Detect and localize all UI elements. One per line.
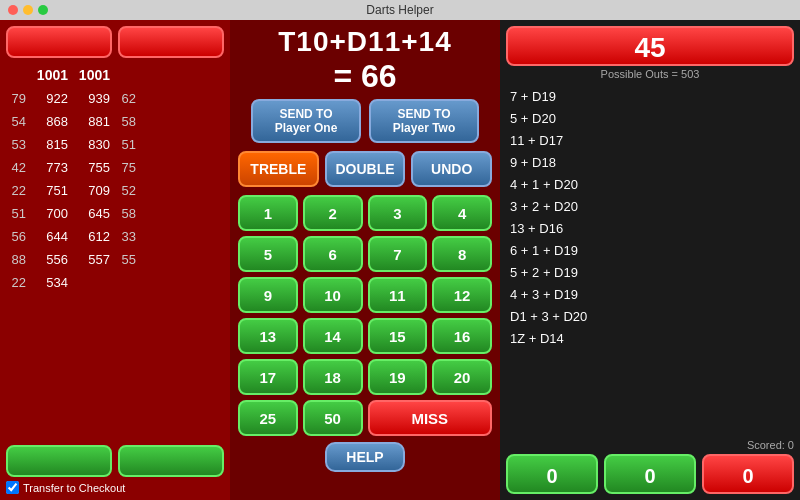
num-25-button[interactable]: 25 bbox=[238, 400, 298, 436]
right-num-1: 62 bbox=[122, 87, 140, 109]
num-16-button[interactable]: 16 bbox=[432, 318, 492, 354]
formula-display: T10+D11+14 = 66 bbox=[278, 26, 451, 95]
out-item-11: D1 + 3 + D20 bbox=[506, 306, 794, 328]
left-num-8: 88 bbox=[6, 248, 30, 270]
num-9-button[interactable]: 9 bbox=[238, 277, 298, 313]
right-bottom: Scored: 0 0 0 0 bbox=[506, 439, 794, 494]
out-item-4: 9 + D18 bbox=[506, 152, 794, 174]
send-to-player-one-button[interactable]: SEND TOPlayer One bbox=[251, 99, 361, 143]
num-17-button[interactable]: 17 bbox=[238, 359, 298, 395]
outs-list: 7 + D19 5 + D20 11 + D17 9 + D18 4 + 1 +… bbox=[506, 86, 794, 435]
player-two-top-button[interactable] bbox=[118, 26, 224, 58]
num-11-button[interactable]: 11 bbox=[368, 277, 428, 313]
out-item-1: 7 + D19 bbox=[506, 86, 794, 108]
num-15-button[interactable]: 15 bbox=[368, 318, 428, 354]
num-6-button[interactable]: 6 bbox=[303, 236, 363, 272]
right-num-2: 58 bbox=[122, 110, 140, 132]
out-item-9: 5 + 2 + D19 bbox=[506, 262, 794, 284]
num-7-button[interactable]: 7 bbox=[368, 236, 428, 272]
left-num-3: 53 bbox=[6, 133, 30, 155]
player-one-top-button[interactable] bbox=[6, 26, 112, 58]
left-top-buttons bbox=[6, 26, 224, 58]
right-panel: 45 Possible Outs = 503 7 + D19 5 + D20 1… bbox=[500, 20, 800, 500]
num-14-button[interactable]: 14 bbox=[303, 318, 363, 354]
left-numbers-col: 79 54 53 42 22 51 56 88 22 bbox=[6, 64, 30, 439]
p2-s4: 755 bbox=[74, 156, 114, 178]
right-num-8: 55 bbox=[122, 248, 140, 270]
num-19-button[interactable]: 19 bbox=[368, 359, 428, 395]
out-item-3: 11 + D17 bbox=[506, 130, 794, 152]
title-bar: Darts Helper bbox=[0, 0, 800, 20]
close-icon[interactable] bbox=[8, 5, 18, 15]
p1-s6: 700 bbox=[32, 202, 72, 224]
player2-scores-col: 1001 939 881 830 755 709 645 612 557 bbox=[74, 64, 114, 439]
miss-button[interactable]: MISS bbox=[368, 400, 493, 436]
out-item-6: 3 + 2 + D20 bbox=[506, 196, 794, 218]
window-title: Darts Helper bbox=[366, 3, 433, 17]
p2-s3: 830 bbox=[74, 133, 114, 155]
num-2-button[interactable]: 2 bbox=[303, 195, 363, 231]
left-num-6: 51 bbox=[6, 202, 30, 224]
num-5-button[interactable]: 5 bbox=[238, 236, 298, 272]
p2-header: 1001 bbox=[74, 64, 114, 86]
p1-s3: 815 bbox=[32, 133, 72, 155]
out-item-10: 4 + 3 + D19 bbox=[506, 284, 794, 306]
num-20-button[interactable]: 20 bbox=[432, 359, 492, 395]
double-button[interactable]: DOUBLE bbox=[325, 151, 406, 187]
num-1-button[interactable]: 1 bbox=[238, 195, 298, 231]
out-item-12: 1Z + D14 bbox=[506, 328, 794, 350]
left-num-2: 54 bbox=[6, 110, 30, 132]
traffic-lights bbox=[8, 5, 48, 15]
p2-s6: 645 bbox=[74, 202, 114, 224]
minimize-icon[interactable] bbox=[23, 5, 33, 15]
maximize-icon[interactable] bbox=[38, 5, 48, 15]
transfer-checkbox[interactable] bbox=[6, 481, 19, 494]
scored-label: Scored: 0 bbox=[506, 439, 794, 451]
p2-s7: 612 bbox=[74, 225, 114, 247]
num-50-button[interactable]: 50 bbox=[303, 400, 363, 436]
num-12-button[interactable]: 12 bbox=[432, 277, 492, 313]
p1-s5: 751 bbox=[32, 179, 72, 201]
formula-text: T10+D11+14 bbox=[278, 26, 451, 58]
right-num-4: 75 bbox=[122, 156, 140, 178]
action-buttons: TREBLE DOUBLE UNDO bbox=[238, 151, 492, 187]
treble-button[interactable]: TREBLE bbox=[238, 151, 319, 187]
send-to-player-two-button[interactable]: SEND TOPlayer Two bbox=[369, 99, 479, 143]
num-10-button[interactable]: 10 bbox=[303, 277, 363, 313]
num-18-button[interactable]: 18 bbox=[303, 359, 363, 395]
main-area: 79 54 53 42 22 51 56 88 22 1001 922 868 … bbox=[0, 20, 800, 500]
help-button[interactable]: HELP bbox=[325, 442, 405, 472]
num-4-button[interactable]: 4 bbox=[432, 195, 492, 231]
p1-s9: 534 bbox=[32, 271, 72, 293]
p2-s1: 939 bbox=[74, 87, 114, 109]
out-item-2: 5 + D20 bbox=[506, 108, 794, 130]
p1-s2: 868 bbox=[32, 110, 72, 132]
p1-s8: 556 bbox=[32, 248, 72, 270]
scores-table: 79 54 53 42 22 51 56 88 22 1001 922 868 … bbox=[6, 64, 224, 439]
right-score-display: 45 bbox=[506, 26, 794, 66]
left-header-spacer bbox=[6, 64, 30, 86]
player1-scores-col: 1001 922 868 815 773 751 700 644 556 534 bbox=[32, 64, 72, 439]
num-13-button[interactable]: 13 bbox=[238, 318, 298, 354]
send-buttons: SEND TOPlayer One SEND TOPlayer Two bbox=[238, 99, 492, 143]
out-item-8: 6 + 1 + D19 bbox=[506, 240, 794, 262]
score-boxes: 0 0 0 bbox=[506, 454, 794, 494]
p1-header: 1001 bbox=[32, 64, 72, 86]
p1-s4: 773 bbox=[32, 156, 72, 178]
player-two-bottom-button[interactable] bbox=[118, 445, 224, 477]
undo-button[interactable]: UNDO bbox=[411, 151, 492, 187]
player-one-bottom-button[interactable] bbox=[6, 445, 112, 477]
p2-s5: 709 bbox=[74, 179, 114, 201]
left-panel: 79 54 53 42 22 51 56 88 22 1001 922 868 … bbox=[0, 20, 230, 500]
p2-s9 bbox=[74, 271, 114, 293]
num-8-button[interactable]: 8 bbox=[432, 236, 492, 272]
p1-s1: 922 bbox=[32, 87, 72, 109]
transfer-label: Transfer to Checkout bbox=[6, 481, 224, 494]
center-panel: T10+D11+14 = 66 SEND TOPlayer One SEND T… bbox=[230, 20, 500, 500]
score-box-2: 0 bbox=[604, 454, 696, 494]
score-box-3: 0 bbox=[702, 454, 794, 494]
p2-s2: 881 bbox=[74, 110, 114, 132]
left-num-1: 79 bbox=[6, 87, 30, 109]
right-num-6: 58 bbox=[122, 202, 140, 224]
num-3-button[interactable]: 3 bbox=[368, 195, 428, 231]
